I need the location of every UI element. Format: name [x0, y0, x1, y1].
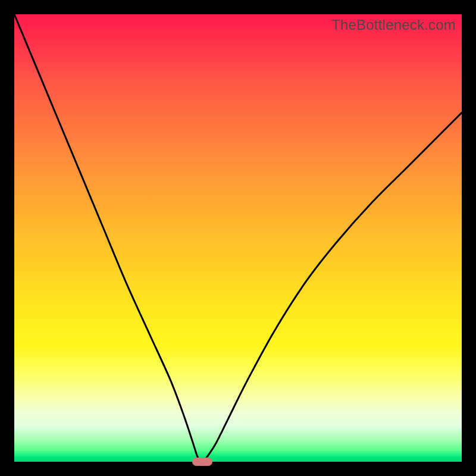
plot-area: TheBottleneck.com — [14, 14, 462, 462]
optimal-marker — [192, 458, 212, 466]
chart-frame: TheBottleneck.com — [0, 0, 476, 476]
bottleneck-curve — [14, 14, 462, 462]
